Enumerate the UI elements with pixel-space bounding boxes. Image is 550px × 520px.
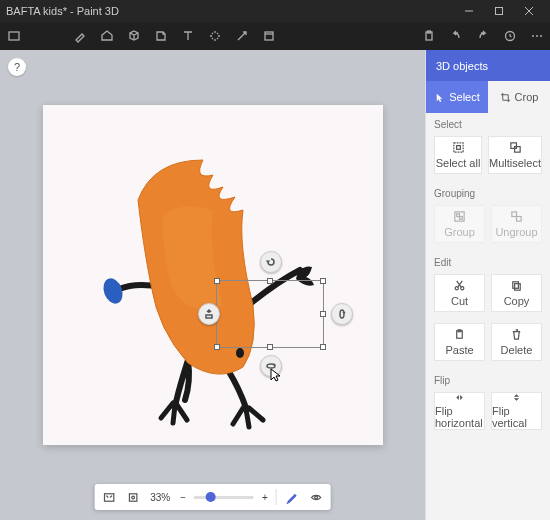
group-button: Group: [434, 205, 485, 243]
paste-card-button[interactable]: Paste: [434, 323, 485, 361]
resize-handle[interactable]: [214, 344, 220, 350]
effects-tool[interactable]: [202, 22, 229, 50]
zoom-slider-thumb[interactable]: [206, 492, 216, 502]
sidebar-header: 3D objects: [426, 50, 550, 81]
resize-handle[interactable]: [214, 278, 220, 284]
stickers-tool[interactable]: [148, 22, 175, 50]
svg-rect-4: [9, 32, 19, 40]
svg-rect-28: [517, 217, 522, 222]
copy-button[interactable]: Copy: [491, 274, 542, 312]
copy-icon: [510, 279, 523, 292]
crop-icon: [500, 92, 511, 103]
3d-shapes-tool[interactable]: [121, 22, 148, 50]
rotate-z-handle[interactable]: [260, 251, 282, 273]
svg-rect-26: [460, 217, 463, 220]
select-icon: [434, 92, 445, 103]
svg-point-10: [536, 35, 538, 37]
flip-horizontal-icon: [453, 393, 466, 402]
svg-point-19: [314, 496, 317, 499]
minimize-button[interactable]: [454, 0, 484, 22]
select-all-button[interactable]: Select all: [434, 136, 482, 174]
brushes-tool[interactable]: [67, 22, 94, 50]
more-button[interactable]: [523, 22, 550, 50]
flip-vertical-button[interactable]: Flip vertical: [491, 392, 542, 430]
3d-library-tool[interactable]: [256, 22, 283, 50]
select-all-icon: [452, 141, 465, 154]
selection-box[interactable]: [216, 280, 324, 348]
svg-rect-23: [514, 147, 520, 153]
actual-size-button[interactable]: [124, 488, 142, 506]
bottom-bar: 33% − +: [94, 484, 331, 510]
delete-button[interactable]: Delete: [491, 323, 542, 361]
redo-button[interactable]: [469, 22, 496, 50]
app-body: ?: [0, 50, 550, 520]
help-button[interactable]: ?: [8, 58, 26, 76]
ungroup-button: Ungroup: [491, 205, 542, 243]
section-label-grouping: Grouping: [426, 182, 550, 202]
flip-vertical-icon: [510, 393, 523, 402]
undo-button[interactable]: [442, 22, 469, 50]
delete-icon: [510, 328, 523, 341]
svg-rect-20: [453, 143, 462, 152]
resize-handle[interactable]: [267, 344, 273, 350]
svg-rect-21: [456, 146, 460, 150]
canvas-area[interactable]: ?: [0, 50, 425, 520]
svg-rect-31: [513, 282, 519, 289]
canvas[interactable]: [43, 105, 383, 445]
2d-shapes-tool[interactable]: [94, 22, 121, 50]
multiselect-icon: [509, 141, 522, 154]
zoom-in-button[interactable]: +: [262, 492, 268, 503]
titlebar: BAFTA kids* - Paint 3D: [0, 0, 550, 22]
text-tool[interactable]: [175, 22, 202, 50]
zoom-out-button[interactable]: −: [180, 492, 186, 503]
paste-button[interactable]: [415, 22, 442, 50]
flip-horizontal-button[interactable]: Flip horizontal: [434, 392, 485, 430]
edit-mode-button[interactable]: [283, 488, 301, 506]
svg-point-18: [132, 496, 135, 499]
app-title: BAFTA kids* - Paint 3D: [6, 5, 119, 17]
cursor-icon: [270, 368, 282, 383]
resize-handle[interactable]: [320, 311, 326, 317]
ungroup-icon: [510, 210, 523, 223]
zoom-slider[interactable]: [194, 496, 254, 499]
paste-icon: [453, 328, 466, 341]
app-window: BAFTA kids* - Paint 3D ?: [0, 0, 550, 520]
svg-rect-17: [129, 493, 136, 500]
section-label-flip: Flip: [426, 369, 550, 389]
svg-rect-5: [265, 32, 273, 40]
close-button[interactable]: [514, 0, 544, 22]
canvas-tool[interactable]: [229, 22, 256, 50]
multiselect-button[interactable]: Multiselect: [488, 136, 542, 174]
svg-point-11: [540, 35, 542, 37]
rotate-y-handle[interactable]: [331, 303, 353, 325]
maximize-button[interactable]: [484, 0, 514, 22]
resize-handle[interactable]: [320, 278, 326, 284]
svg-point-12: [100, 276, 126, 307]
svg-rect-32: [515, 284, 521, 291]
tab-crop[interactable]: Crop: [488, 81, 550, 113]
zoom-value: 33%: [150, 492, 170, 503]
svg-rect-1: [496, 8, 503, 15]
svg-point-14: [340, 310, 344, 318]
tab-select[interactable]: Select: [426, 81, 488, 113]
fit-view-button[interactable]: [100, 488, 118, 506]
toolbar: [0, 22, 550, 50]
resize-handle[interactable]: [267, 278, 273, 284]
view-mode-button[interactable]: [307, 488, 325, 506]
section-label-select: Select: [426, 113, 550, 133]
sidebar: 3D objects Select Crop Select Select all: [425, 50, 550, 520]
section-label-edit: Edit: [426, 251, 550, 271]
cut-button[interactable]: Cut: [434, 274, 485, 312]
svg-point-9: [532, 35, 534, 37]
sidebar-tabs: Select Crop: [426, 81, 550, 113]
menu-expand-button[interactable]: [0, 22, 27, 50]
svg-rect-16: [105, 493, 114, 500]
history-button[interactable]: [496, 22, 523, 50]
canvas-artwork: [43, 105, 383, 445]
svg-point-13: [236, 348, 244, 358]
svg-rect-22: [510, 143, 516, 149]
svg-rect-27: [512, 212, 517, 217]
group-icon: [453, 210, 466, 223]
z-position-handle[interactable]: [198, 303, 220, 325]
resize-handle[interactable]: [320, 344, 326, 350]
